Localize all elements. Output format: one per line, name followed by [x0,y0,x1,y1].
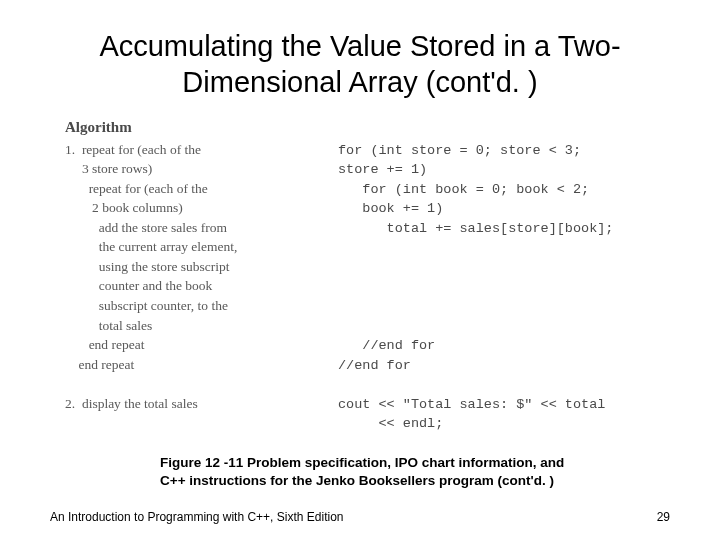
code-block: for (int store = 0; store < 3; store += … [338,141,670,434]
slide-title: Accumulating the Value Stored in a Two-D… [50,28,670,101]
footer-book-title: An Introduction to Programming with C++,… [50,510,343,524]
footer: An Introduction to Programming with C++,… [50,510,670,524]
page-number: 29 [657,510,670,524]
content-area: Algorithm 1. repeat for (each of the 3 s… [50,119,670,434]
code-column: for (int store = 0; store < 3; store += … [338,119,670,434]
slide: Accumulating the Value Stored in a Two-D… [0,0,720,540]
pseudocode-block: 1. repeat for (each of the 3 store rows)… [65,140,320,414]
figure-caption: Figure 12 -11 Problem specification, IPO… [50,454,670,490]
algorithm-column: Algorithm 1. repeat for (each of the 3 s… [65,119,320,434]
algorithm-heading: Algorithm [65,119,320,136]
